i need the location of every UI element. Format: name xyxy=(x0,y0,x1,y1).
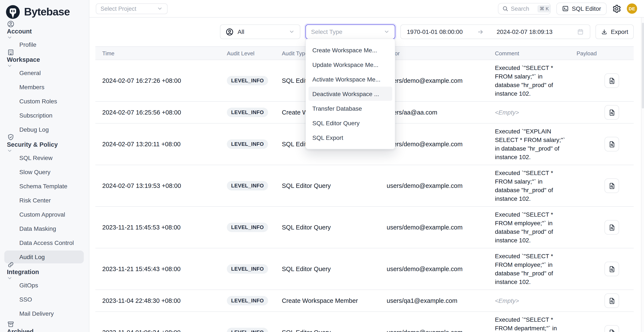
sidebar-item-risk-center[interactable]: Risk Center xyxy=(0,193,89,207)
sidebar-item-inner: Data Access Control xyxy=(19,235,83,250)
payload-view-button[interactable] xyxy=(604,178,619,193)
chevron-down-icon xyxy=(157,5,163,11)
sidebar-item-data-masking[interactable]: Data Masking xyxy=(0,221,89,235)
link-icon xyxy=(7,261,14,269)
cell-payload xyxy=(570,133,634,155)
export-button[interactable]: Export xyxy=(596,24,634,39)
sidebar-item-label: Custom Approval xyxy=(19,211,65,218)
scrollbar-thumb[interactable] xyxy=(642,23,644,109)
sidebar-item-workspace[interactable]: Workspace xyxy=(0,51,89,66)
cell-audit-level: LEVEL_INFO xyxy=(220,177,275,194)
type-option-sql-editor-query[interactable]: SQL Editor Query xyxy=(308,116,392,130)
sidebar-item-slow-query[interactable]: Slow Query xyxy=(0,165,89,179)
sidebar-item-inner: Custom Roles xyxy=(19,94,83,108)
cell-audit-type: SQL Editor Query xyxy=(275,220,380,234)
file-search-icon xyxy=(608,109,616,116)
sidebar-item-data-access-control[interactable]: Data Access Control xyxy=(0,235,89,250)
shield-check-icon xyxy=(7,133,14,141)
payload-view-button[interactable] xyxy=(604,262,619,276)
cell-time: 2024-02-07 16:27:26 +08:00 xyxy=(96,74,220,88)
payload-view-button[interactable] xyxy=(604,73,619,88)
empty-placeholder: <Empty> xyxy=(495,297,519,304)
sidebar-item-members[interactable]: Members xyxy=(0,80,89,94)
search-input[interactable] xyxy=(511,5,535,12)
sidebar-item-inner: SSO xyxy=(19,292,83,306)
payload-view-button[interactable] xyxy=(604,293,619,308)
level-badge: LEVEL_INFO xyxy=(227,223,268,232)
sidebar-item-label: Subscription xyxy=(19,112,52,119)
sidebar-item-custom-roles[interactable]: Custom Roles xyxy=(0,94,89,108)
cell-payload xyxy=(570,322,634,332)
cell-comment: Executed `"EXPLAIN SELECT * FROM salary;… xyxy=(488,124,570,165)
sidebar-item-label: General xyxy=(19,69,41,76)
calendar-icon xyxy=(577,28,584,35)
sidebar-item-mail-delivery[interactable]: Mail Delivery xyxy=(0,306,89,321)
sidebar-item-subscription[interactable]: Subscription xyxy=(0,108,89,122)
file-search-icon xyxy=(608,224,616,231)
project-select[interactable]: Select Project xyxy=(96,3,168,14)
download-icon xyxy=(601,28,608,35)
avatar[interactable]: DE xyxy=(627,3,637,14)
payload-view-button[interactable] xyxy=(604,105,619,120)
date-range-picker[interactable]: 1970-01-01 08:00:00 2024-02-07 18:09:13 xyxy=(400,24,590,39)
sidebar-item-label: Account xyxy=(7,28,32,35)
cell-audit-type: Create Workspace Member xyxy=(275,294,380,308)
gear-icon[interactable] xyxy=(612,4,621,13)
sidebar-item-label: GitOps xyxy=(19,282,38,289)
payload-view-button[interactable] xyxy=(604,137,619,152)
type-option-sql-export[interactable]: SQL Export xyxy=(308,130,392,145)
level-badge: LEVEL_INFO xyxy=(227,181,268,190)
filter-bar: All Select Type 1970-01-01 08:00:00 2024… xyxy=(89,17,644,39)
search-box[interactable]: ⌘ K xyxy=(498,3,551,14)
sidebar-item-account[interactable]: Account xyxy=(0,23,89,37)
sidebar-item-sso[interactable]: SSO xyxy=(0,292,89,306)
cell-comment: Executed `"SELECT * FROM employee;"` in … xyxy=(488,248,570,290)
sidebar-item-custom-approval[interactable]: Custom Approval xyxy=(0,207,89,221)
payload-view-button[interactable] xyxy=(604,325,619,332)
sidebar-item-archived[interactable]: Archived xyxy=(0,321,89,332)
actor-filter-select[interactable]: All xyxy=(220,24,300,39)
sidebar-item-label: Data Masking xyxy=(19,225,56,232)
sidebar-item-label: Risk Center xyxy=(19,197,51,203)
table-row: 2024-02-07 13:19:53 +08:00LEVEL_INFOSQL … xyxy=(96,165,634,207)
type-option-update-workspace-me[interactable]: Update Workspace Me... xyxy=(308,57,392,72)
type-option-create-workspace-me[interactable]: Create Workspace Me... xyxy=(308,43,392,57)
sidebar-item-label: Data Access Control xyxy=(19,239,74,246)
sidebar-item-security-policy[interactable]: Security & Policy xyxy=(0,136,89,151)
sidebar-item-inner: Members xyxy=(19,80,83,94)
sidebar-item-label: Security & Policy xyxy=(7,141,58,148)
sidebar-item-schema-template[interactable]: Schema Template xyxy=(0,179,89,193)
sidebar-item-label: Members xyxy=(19,83,44,90)
file-search-icon xyxy=(608,329,616,332)
topbar-actions: ⌘ K SQL Editor DE xyxy=(498,2,637,15)
sidebar-item-label: Debug Log xyxy=(19,126,49,133)
level-badge: LEVEL_INFO xyxy=(227,139,268,149)
search-icon xyxy=(502,5,508,11)
type-option-activate-workspace-me[interactable]: Activate Workspace Me... xyxy=(308,72,392,86)
level-badge: LEVEL_INFO xyxy=(227,264,268,274)
sidebar-item-inner: Slow Query xyxy=(19,165,83,179)
date-to-value: 2024-02-07 18:09:13 xyxy=(497,28,552,35)
table-row: 2023-11-04 01:06:24 +08:00LEVEL_INFOSQL … xyxy=(96,312,634,332)
sql-editor-button[interactable]: SQL Editor xyxy=(556,2,606,15)
table-row: 2023-11-21 15:45:43 +08:00LEVEL_INFOSQL … xyxy=(96,248,634,290)
payload-view-button[interactable] xyxy=(604,220,619,235)
cell-audit-type: SQL Editor Query xyxy=(275,326,380,332)
type-filter-select[interactable]: Select Type xyxy=(306,24,395,39)
cell-audit-level: LEVEL_INFO xyxy=(220,104,275,121)
cell-audit-level: LEVEL_INFO xyxy=(220,324,275,332)
type-option-transfer-database[interactable]: Transfer Database xyxy=(308,101,392,115)
sidebar-item-label: Audit Log xyxy=(19,253,45,260)
cell-audit-type: SQL Editor Query xyxy=(275,262,380,276)
cell-actor: users/demo@example.com xyxy=(380,326,488,332)
cell-audit-level: LEVEL_INFO xyxy=(220,136,275,152)
empty-placeholder: <Empty> xyxy=(495,109,519,116)
cell-audit-level: LEVEL_INFO xyxy=(220,293,275,309)
sidebar-item-integration[interactable]: Integration xyxy=(0,264,89,278)
brand-logo[interactable]: Bytebase xyxy=(0,0,89,20)
sidebar-item-label: Schema Template xyxy=(19,182,68,189)
file-search-icon xyxy=(608,77,616,84)
cell-comment: Executed `"SELECT * FROM employee;"` in … xyxy=(488,207,570,248)
type-option-deactivate-workspace[interactable]: Deactivate Workspace ... xyxy=(308,87,392,101)
sidebar-item-label: Archived xyxy=(7,328,34,332)
